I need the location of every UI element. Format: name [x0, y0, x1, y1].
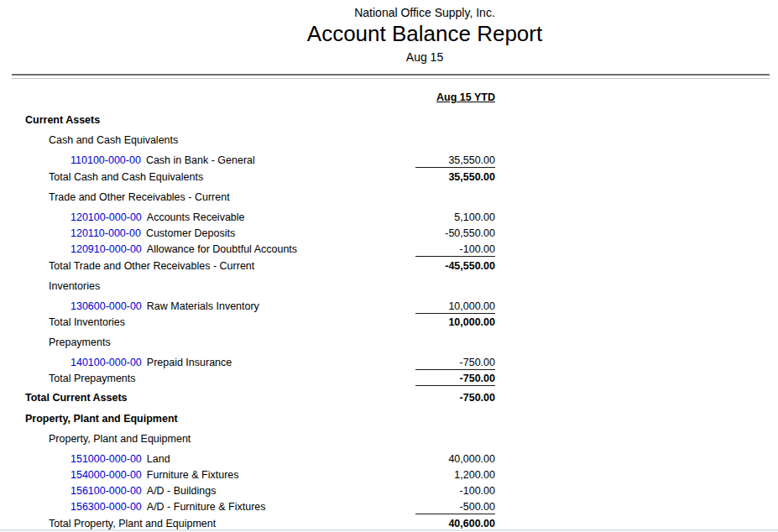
subtotal-amount: 10,000.00	[415, 315, 495, 329]
account-row-154000: 154000-000-00Furniture & Fixtures 1,200.…	[0, 467, 778, 483]
section-current-assets: Current Assets	[0, 112, 778, 128]
account-number-link[interactable]: 151000-000-00	[70, 453, 142, 465]
subtotal-label: Total Property, Plant and Equipment	[49, 518, 216, 529]
subtotal-trade-receivables: Total Trade and Other Receivables - Curr…	[0, 258, 778, 274]
grandtotal-amount: -750.00	[415, 390, 495, 404]
account-row-120910: 120910-000-00Allowance for Doubtful Acco…	[0, 242, 778, 258]
account-amount: -100.00	[415, 483, 495, 498]
subtotal-label: Total Prepayments	[49, 373, 136, 384]
subtotal-label: Total Trade and Other Receivables - Curr…	[49, 260, 254, 272]
account-row-156300: 156300-000-00A/D - Furniture & Fixtures …	[0, 499, 778, 515]
account-name: Prepaid Insurance	[147, 357, 232, 368]
divider-line-dark	[12, 74, 770, 76]
account-name: Raw Materials Inventory	[147, 300, 259, 312]
account-number-link[interactable]: 140100-000-00	[70, 357, 142, 368]
subtotal-amount: 35,550.00	[415, 170, 495, 184]
account-name: A/D - Furniture & Fixtures	[147, 501, 266, 513]
bottom-edge-divider	[0, 529, 778, 531]
grandtotal-label: Total Current Assets	[25, 392, 128, 404]
report-header: National Office Supply, Inc. Account Bal…	[0, 0, 778, 64]
divider-line-light	[12, 78, 770, 79]
account-amount: 35,550.00	[415, 153, 495, 168]
section-property-plant-equipment: Property, Plant and Equipment	[0, 411, 778, 427]
header-divider	[12, 74, 770, 79]
subtotal-label: Total Inventories	[49, 316, 125, 328]
account-number-link[interactable]: 156100-000-00	[70, 485, 142, 497]
subsection-label: Cash and Cash Equivalents	[49, 134, 178, 146]
account-number-link[interactable]: 120910-000-00	[70, 243, 142, 255]
column-header-row: Aug 15 YTD	[0, 90, 778, 106]
report-date: Aug 15	[0, 50, 778, 64]
account-number-link[interactable]: 156300-000-00	[70, 501, 142, 513]
account-name: Furniture & Fixtures	[147, 469, 239, 481]
account-name: Land	[147, 453, 170, 465]
account-row-120110: 120110-000-00Customer Deposits -50,550.0…	[0, 226, 778, 242]
subsection-trade-receivables: Trade and Other Receivables - Current	[0, 190, 778, 206]
subtotal-amount: -45,550.00	[415, 258, 495, 273]
account-name: Accounts Receivable	[147, 211, 245, 223]
account-amount: 10,000.00	[415, 299, 495, 314]
account-row-151000: 151000-000-00Land 40,000.00	[0, 451, 778, 467]
subtotal-amount: -750.00	[415, 371, 495, 386]
column-header-aug15-ytd: Aug 15 YTD	[415, 90, 495, 106]
account-number-link[interactable]: 120110-000-00	[70, 227, 141, 239]
subsection-label: Inventories	[49, 280, 100, 292]
subsection-label: Property, Plant and Equipment	[49, 433, 191, 445]
account-row-156100: 156100-000-00A/D - Buildings -100.00	[0, 483, 778, 499]
account-number-link[interactable]: 154000-000-00	[70, 469, 142, 481]
account-amount: -750.00	[415, 355, 495, 370]
section-label: Property, Plant and Equipment	[25, 413, 178, 425]
section-label: Current Assets	[25, 114, 100, 126]
subsection-cash-and-cash-equivalents: Cash and Cash Equivalents	[0, 133, 778, 149]
account-name: A/D - Buildings	[147, 485, 217, 497]
account-amount: 40,000.00	[415, 451, 495, 466]
subsection-property-plant-equipment: Property, Plant and Equipment	[0, 431, 778, 447]
subtotal-cash-and-cash-equivalents: Total Cash and Cash Equivalents 35,550.0…	[0, 170, 778, 185]
account-number-link[interactable]: 110100-000-00	[70, 154, 141, 166]
report-body: Aug 15 YTD Current Assets Cash and Cash …	[0, 90, 778, 532]
report-title: Account Balance Report	[0, 22, 778, 46]
grandtotal-current-assets: Total Current Assets -750.00	[0, 390, 778, 406]
account-amount: -50,550.00	[415, 226, 495, 240]
account-name: Cash in Bank - General	[146, 154, 255, 166]
subtotal-amount: 40,600.00	[415, 516, 495, 530]
account-amount: 1,200.00	[415, 467, 495, 482]
account-row-140100: 140100-000-00Prepaid Insurance -750.00	[0, 355, 778, 371]
account-number-link[interactable]: 130600-000-00	[70, 300, 142, 312]
subtotal-label: Total Cash and Cash Equivalents	[49, 171, 203, 183]
account-name: Customer Deposits	[146, 227, 235, 239]
subtotal-prepayments: Total Prepayments -750.00	[0, 371, 778, 387]
account-number-link[interactable]: 120100-000-00	[70, 211, 142, 223]
subsection-prepayments: Prepayments	[0, 335, 778, 351]
account-row-130600: 130600-000-00Raw Materials Inventory 10,…	[0, 299, 778, 315]
subsection-inventories: Inventories	[0, 279, 778, 295]
account-row-120100: 120100-000-00Accounts Receivable 5,100.0…	[0, 210, 778, 226]
account-name: Allowance for Doubtful Accounts	[147, 243, 297, 255]
account-amount: -500.00	[415, 499, 495, 514]
subsection-label: Trade and Other Receivables - Current	[49, 191, 230, 203]
account-amount: -100.00	[415, 242, 495, 257]
account-row-110100: 110100-000-00Cash in Bank - General 35,5…	[0, 153, 778, 169]
company-name: National Office Supply, Inc.	[0, 6, 778, 19]
account-amount: 5,100.00	[415, 210, 495, 224]
subsection-label: Prepayments	[49, 336, 111, 348]
subtotal-inventories: Total Inventories 10,000.00	[0, 315, 778, 331]
